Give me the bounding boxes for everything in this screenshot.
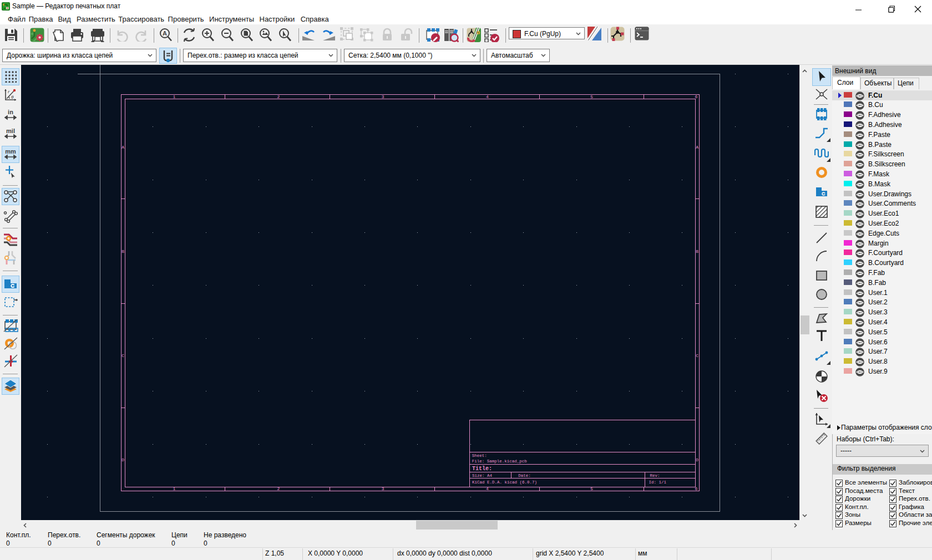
svg-text:Size: A4: Size: A4 — [472, 474, 493, 478]
svg-text:4: 4 — [486, 486, 489, 491]
svg-text:6: 6 — [695, 486, 697, 491]
svg-text:C: C — [121, 353, 124, 358]
svg-text:r: r — [8, 89, 10, 94]
svg-text:mm: mm — [5, 149, 16, 155]
svg-text:C: C — [696, 353, 698, 358]
svg-text:B: B — [121, 249, 124, 254]
svg-text:5: 5 — [590, 94, 593, 99]
svg-text:mil: mil — [6, 128, 15, 134]
svg-text:in: in — [8, 109, 13, 115]
svg-text:2: 2 — [277, 94, 280, 99]
svg-text:A: A — [696, 145, 698, 150]
svg-text:3: 3 — [382, 94, 384, 99]
svg-text:A: A — [163, 30, 167, 37]
svg-text:5: 5 — [590, 486, 593, 491]
svg-text:1: 1 — [173, 486, 175, 491]
svg-text:3: 3 — [382, 486, 384, 491]
svg-text:Rev:: Rev: — [650, 474, 660, 478]
svg-text:2: 2 — [277, 486, 280, 491]
svg-text:File: Sample.kicad_pcb: File: Sample.kicad_pcb — [472, 459, 527, 464]
svg-text:1: 1 — [173, 94, 175, 99]
svg-text:θ: θ — [11, 94, 14, 100]
svg-text:B: B — [696, 249, 698, 254]
svg-text:KiCad E.D.A. kicad (6.0.7): KiCad E.D.A. kicad (6.0.7) — [472, 480, 537, 485]
svg-text:Sheet:: Sheet: — [472, 454, 487, 458]
svg-text:Id: 1/1: Id: 1/1 — [649, 480, 667, 485]
svg-text:D: D — [121, 457, 124, 462]
svg-text:Date:: Date: — [518, 474, 531, 478]
svg-text:A: A — [121, 145, 124, 150]
svg-text:4: 4 — [486, 94, 489, 99]
svg-text:Title:: Title: — [472, 466, 492, 472]
svg-text:6: 6 — [695, 94, 697, 99]
svg-text:D: D — [696, 457, 698, 462]
